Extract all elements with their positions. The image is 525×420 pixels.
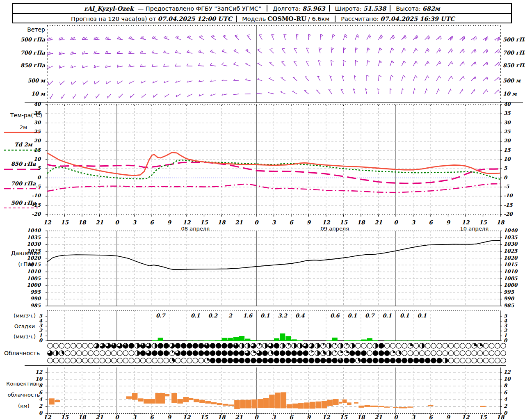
svg-text:1035: 1035 bbox=[504, 235, 518, 240]
svg-text:-5: -5 bbox=[504, 184, 509, 189]
svg-text:985: 985 bbox=[30, 303, 41, 308]
svg-text:990: 990 bbox=[30, 296, 41, 301]
svg-text:0.7: 0.7 bbox=[365, 313, 375, 319]
svg-text:18: 18 bbox=[497, 219, 505, 226]
svg-text:15: 15 bbox=[61, 414, 69, 420]
svg-text:1000: 1000 bbox=[504, 282, 518, 288]
svg-text:12: 12 bbox=[322, 219, 331, 226]
svg-text:0: 0 bbox=[39, 338, 43, 343]
svg-text:6: 6 bbox=[150, 414, 154, 420]
svg-text:3: 3 bbox=[132, 219, 137, 226]
svg-text:6: 6 bbox=[504, 390, 508, 395]
svg-text:9: 9 bbox=[446, 219, 451, 226]
svg-text:21: 21 bbox=[374, 414, 382, 420]
svg-text:21: 21 bbox=[96, 219, 103, 226]
svg-text:0: 0 bbox=[504, 338, 508, 343]
meteogram-chart: 40403535303025252020151510105500-5-5-10-… bbox=[0, 0, 525, 420]
svg-text:0: 0 bbox=[394, 219, 398, 226]
svg-text:3: 3 bbox=[272, 219, 276, 226]
svg-text:1030: 1030 bbox=[27, 241, 41, 247]
svg-text:-10: -10 bbox=[32, 193, 41, 199]
svg-text:1025: 1025 bbox=[504, 248, 518, 254]
svg-text:3.2: 3.2 bbox=[278, 313, 288, 319]
svg-text:12: 12 bbox=[504, 369, 511, 375]
svg-text:10: 10 bbox=[504, 376, 511, 382]
svg-text:0: 0 bbox=[394, 414, 398, 420]
svg-text:20: 20 bbox=[34, 138, 41, 144]
svg-text:985: 985 bbox=[504, 303, 514, 308]
svg-text:9: 9 bbox=[167, 414, 172, 420]
svg-text:2: 2 bbox=[228, 313, 233, 319]
cloud-row-2 bbox=[48, 351, 506, 356]
svg-text:18: 18 bbox=[218, 219, 226, 226]
svg-text:15: 15 bbox=[340, 219, 348, 226]
svg-text:15: 15 bbox=[61, 219, 69, 226]
svg-text:-20: -20 bbox=[504, 211, 513, 217]
svg-text:0.1: 0.1 bbox=[417, 313, 427, 319]
svg-text:18: 18 bbox=[357, 219, 365, 226]
svg-text:1030: 1030 bbox=[504, 241, 518, 247]
svg-text:15: 15 bbox=[34, 147, 41, 153]
svg-text:0.4: 0.4 bbox=[295, 313, 305, 319]
svg-text:-5: -5 bbox=[35, 184, 41, 189]
svg-text:40: 40 bbox=[504, 101, 511, 107]
svg-text:18: 18 bbox=[78, 219, 87, 226]
svg-text:12: 12 bbox=[322, 414, 331, 420]
svg-text:6: 6 bbox=[150, 219, 154, 226]
svg-text:1010: 1010 bbox=[504, 269, 518, 274]
svg-text:25: 25 bbox=[504, 129, 511, 135]
svg-text:12: 12 bbox=[43, 414, 52, 420]
pressure-panel: 1040104010351035103010301025102510201020… bbox=[27, 228, 518, 308]
svg-text:9: 9 bbox=[446, 414, 451, 420]
svg-text:15: 15 bbox=[200, 414, 208, 420]
wind-row-3 bbox=[48, 75, 499, 85]
svg-text:0.1: 0.1 bbox=[382, 313, 392, 319]
svg-text:0.2: 0.2 bbox=[208, 313, 218, 319]
svg-text:4: 4 bbox=[39, 397, 43, 402]
svg-text:8: 8 bbox=[39, 383, 43, 388]
svg-text:0.1: 0.1 bbox=[260, 313, 270, 319]
svg-text:0: 0 bbox=[39, 410, 43, 416]
svg-text:12: 12 bbox=[183, 414, 191, 420]
svg-text:0.1: 0.1 bbox=[400, 313, 409, 319]
cloud-row-3 bbox=[48, 358, 506, 363]
svg-text:15: 15 bbox=[479, 414, 487, 420]
temp-panel: 40403535303025252020151510105500-5-5-10-… bbox=[32, 101, 513, 217]
svg-text:20: 20 bbox=[504, 138, 511, 144]
svg-text:1.6: 1.6 bbox=[243, 313, 253, 319]
svg-text:1015: 1015 bbox=[504, 262, 518, 267]
svg-text:12: 12 bbox=[183, 219, 191, 226]
svg-text:3: 3 bbox=[411, 219, 416, 226]
svg-text:21: 21 bbox=[96, 414, 103, 420]
svg-text:2: 2 bbox=[504, 403, 508, 409]
conv-panel: 121210108866442200 bbox=[35, 368, 511, 416]
svg-text:0: 0 bbox=[37, 175, 41, 180]
svg-text:1010: 1010 bbox=[27, 269, 41, 274]
svg-text:6: 6 bbox=[429, 219, 433, 226]
svg-text:09 апреля: 09 апреля bbox=[320, 226, 349, 232]
svg-text:0: 0 bbox=[504, 175, 508, 180]
svg-text:40: 40 bbox=[34, 101, 41, 107]
svg-text:6: 6 bbox=[289, 219, 294, 226]
svg-text:0.6: 0.6 bbox=[330, 313, 340, 319]
svg-text:12: 12 bbox=[43, 219, 52, 226]
svg-text:15: 15 bbox=[504, 147, 511, 153]
time-axis-bottom: 1215182103691215182103691215182103691215… bbox=[43, 414, 505, 420]
wind-row-4 bbox=[50, 88, 499, 99]
svg-text:1025: 1025 bbox=[27, 248, 41, 254]
svg-text:18: 18 bbox=[78, 414, 87, 420]
svg-text:0: 0 bbox=[254, 219, 259, 226]
svg-text:0: 0 bbox=[254, 414, 259, 420]
svg-text:1020: 1020 bbox=[27, 255, 41, 261]
svg-text:18: 18 bbox=[497, 414, 505, 420]
svg-text:0.1: 0.1 bbox=[191, 313, 200, 319]
svg-text:1015: 1015 bbox=[27, 262, 41, 267]
wind-row-2 bbox=[48, 60, 499, 68]
svg-text:1040: 1040 bbox=[27, 228, 41, 233]
svg-text:5: 5 bbox=[37, 165, 41, 171]
conv-bars bbox=[49, 392, 486, 409]
svg-text:3: 3 bbox=[411, 414, 416, 420]
svg-text:35: 35 bbox=[504, 110, 511, 116]
svg-text:0.7: 0.7 bbox=[156, 313, 166, 319]
svg-text:25: 25 bbox=[34, 129, 41, 135]
